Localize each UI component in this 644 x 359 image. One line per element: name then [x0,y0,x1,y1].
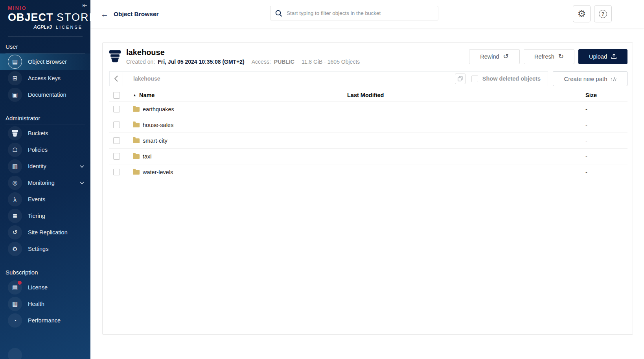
table-row[interactable]: smart-city- [109,133,627,149]
refresh-button[interactable]: Refresh ↻ [524,49,574,64]
chevron-down-icon[interactable] [78,180,86,186]
sidebar-item-partial[interactable] [0,347,90,359]
sidebar-item-label: Access Keys [28,75,61,81]
object-name[interactable]: house-sales [143,122,173,128]
show-deleted-checkbox[interactable] [471,75,478,82]
column-header-size[interactable]: Size [585,92,627,98]
rewind-button[interactable]: Rewind ↺ [469,49,520,64]
table-header-row: ▲ Name Last Modified Size [109,89,627,101]
sidebar-item-label: Tiering [28,213,45,219]
sort-asc-icon: ▲ [133,94,136,97]
back-arrow-icon[interactable]: ← [101,10,109,18]
sidebar-item-policies[interactable]: ☖Policies [0,142,90,158]
column-header-last-modified[interactable]: Last Modified [347,92,585,98]
sidebar-item-label: Events [28,196,45,203]
sidebar-item-label: Settings [28,246,48,252]
upload-icon [611,53,617,59]
select-all-checkbox[interactable] [113,92,120,99]
sidebar-item-identity[interactable]: ▥Identity [0,158,90,175]
topbar: ← Object Browser ⚙ ? [90,0,644,28]
tiering-icon: ≣ [8,209,22,223]
gear-icon: ⚙ [578,9,586,18]
minio-logo: MINIO OBJECT STORE AGPLv3LICENSE [0,0,90,30]
search-box [270,6,438,20]
sidebar-item-label: Identity [28,163,46,169]
help-icon: ? [599,10,607,18]
bucket-icon [109,50,121,63]
bucket-info: lakehouse Created on: Fri, Jul 05 2024 1… [126,48,360,65]
access-label: Access: [252,59,271,65]
upload-button-label: Upload [589,53,607,60]
chevron-down-icon[interactable] [78,164,86,169]
sidebar-item-documentation[interactable]: ▣Documentation [0,87,90,103]
folder-icon [133,123,140,127]
sidebar-section-label-user: User [0,37,90,53]
created-value: Fri, Jul 05 2024 10:35:08 (GMT+2) [158,59,245,65]
create-new-path-label: Create new path [564,75,607,82]
sidebar-item-object-browser[interactable]: ▤Object Browser [0,53,90,70]
collapse-sidebar-icon[interactable]: ⇤ [82,2,87,9]
sidebar-item-label: Health [28,301,44,307]
performance-icon: ◔ [8,313,22,328]
settings-button[interactable]: ⚙ [573,5,591,22]
sidebar-item-label: Site Replication [28,229,68,236]
upload-button[interactable]: Upload [578,49,627,64]
row-checkbox[interactable] [113,153,120,160]
search-icon [275,10,282,17]
search-input[interactable] [287,10,433,16]
current-path: lakehouse [133,75,455,82]
table-row[interactable]: water-levels- [109,164,627,180]
identity-icon: ▥ [8,159,22,173]
sidebar-item-tiering[interactable]: ≣Tiering [0,208,90,224]
table-row[interactable]: taxi- [109,149,627,164]
sidebar-item-settings[interactable]: ⚙Settings [0,241,90,257]
bucket-card: lakehouse Created on: Fri, Jul 05 2024 1… [102,42,633,335]
license-line: AGPLv3LICENSE [8,24,83,30]
sidebar-item-performance[interactable]: ◔Performance [0,312,90,329]
sidebar-item-label: Performance [28,317,61,324]
license-label: LICENSE [56,25,83,29]
sidebar-item-license[interactable]: ▤License [0,279,90,296]
sidebar-nav: User▤Object Browser⊞Access Keys▣Document… [0,37,90,359]
row-checkbox[interactable] [113,169,120,175]
row-checkbox[interactable] [113,137,120,144]
object-name[interactable]: earthquakes [143,106,174,112]
row-checkbox[interactable] [113,106,120,112]
show-deleted-label: Show deleted objects [482,75,541,82]
sidebar-item-monitoring[interactable]: ◎Monitoring [0,175,90,191]
help-button[interactable]: ? [594,5,612,22]
sidebar-item-access-keys[interactable]: ⊞Access Keys [0,70,90,87]
topbar-actions: ⚙ ? [573,5,612,22]
object-name[interactable]: taxi [143,153,152,160]
object-size: - [585,169,627,175]
main-area: ← Object Browser ⚙ ? [90,0,644,359]
create-new-path-button[interactable]: Create new path [553,71,627,86]
object-name[interactable]: smart-city [143,138,167,144]
object-size: - [585,153,627,160]
copy-path-button[interactable] [455,74,466,84]
sidebar-item-events[interactable]: λEvents [0,191,90,208]
rewind-button-label: Rewind [480,53,499,60]
partial-icon [8,348,22,359]
object-name[interactable]: water-levels [143,169,173,175]
path-icon [611,76,616,81]
column-header-name[interactable]: ▲ Name [133,92,347,98]
path-back-button[interactable] [110,72,123,86]
table-row[interactable]: earthquakes- [109,101,627,117]
pathbar-row: lakehouse Show deleted objects Create ne… [109,71,627,86]
folder-icon [133,138,140,143]
product-name: OBJECT STORE [8,11,83,24]
sidebar-item-label: Object Browser [28,59,67,65]
sidebar-item-site-replication[interactable]: ↺Site Replication [0,224,90,241]
row-checkbox[interactable] [113,122,120,128]
bucket-actions: Rewind ↺ Refresh ↻ Upload [469,49,627,64]
sidebar-item-buckets[interactable]: Buckets [0,125,90,142]
pathbar: lakehouse Show deleted objects [109,71,548,86]
settings-icon: ⚙ [8,242,22,256]
folder-icon [133,170,140,175]
sidebar-item-health[interactable]: ▦Health [0,296,90,312]
sidebar-item-label: Documentation [28,92,66,98]
events-icon: λ [8,192,22,206]
created-label: Created on: [126,59,155,65]
table-row[interactable]: house-sales- [109,117,627,133]
